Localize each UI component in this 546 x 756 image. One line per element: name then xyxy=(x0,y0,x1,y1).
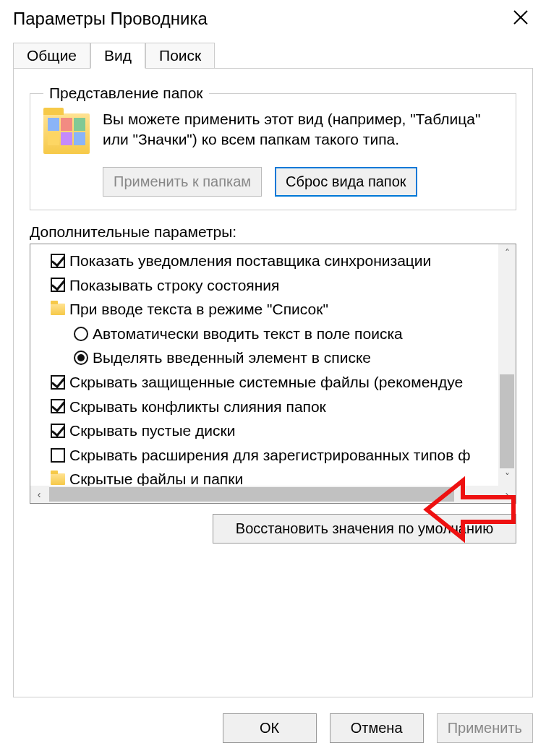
tab-content-view: Представление папок Вы можете применить … xyxy=(13,69,533,697)
setting-hide-empty-drives[interactable]: Скрывать пустые диски xyxy=(30,418,516,443)
scroll-right-icon[interactable]: › xyxy=(498,486,516,503)
tab-view[interactable]: Вид xyxy=(90,43,145,69)
reset-folder-views-button[interactable]: Сброс вида папок xyxy=(275,167,417,197)
radio-icon xyxy=(74,327,88,341)
scroll-thumb[interactable] xyxy=(500,374,514,468)
checkbox-icon xyxy=(51,254,65,268)
scroll-up-icon[interactable]: ˄ xyxy=(498,244,516,262)
apply-to-folders-button[interactable]: Применить к папкам xyxy=(103,167,262,197)
setting-hide-merge-conflicts[interactable]: Скрывать конфликты слияния папок xyxy=(30,395,516,419)
window-title: Параметры Проводника xyxy=(13,9,208,29)
setting-hide-protected-system[interactable]: Скрывать защищенные системные файлы (рек… xyxy=(30,370,516,395)
vertical-scrollbar[interactable]: ˄ ˅ xyxy=(498,244,516,486)
setting-hide-extensions[interactable]: Скрывать расширения для зарегистрированн… xyxy=(30,443,516,468)
dialog-button-row: ОК Отмена Применить xyxy=(223,713,533,743)
checkbox-icon xyxy=(51,448,65,463)
setting-typing-select-item[interactable]: Выделять введенный элемент в списке xyxy=(30,345,516,370)
checkbox-icon xyxy=(51,278,65,292)
title-bar: Параметры Проводника xyxy=(0,0,546,35)
restore-defaults-button[interactable]: Восстановить значения по умолчанию xyxy=(213,514,516,544)
radio-icon xyxy=(74,351,88,365)
scroll-thumb[interactable] xyxy=(49,487,454,502)
folder-icon xyxy=(51,304,65,315)
close-button[interactable] xyxy=(508,9,533,29)
apply-button[interactable]: Применить xyxy=(437,713,533,743)
folder-thumbnail-icon xyxy=(43,113,90,154)
setting-typing-auto-search[interactable]: Автоматически вводить текст в поле поиск… xyxy=(30,322,516,346)
horizontal-scrollbar[interactable]: ‹ › xyxy=(30,486,516,503)
tab-strip: Общие Вид Поиск xyxy=(13,42,533,69)
scroll-down-icon[interactable]: ˅ xyxy=(498,468,516,486)
ok-button[interactable]: ОК xyxy=(223,713,317,743)
checkbox-icon xyxy=(51,399,65,413)
folder-views-legend: Представление папок xyxy=(43,85,209,102)
close-icon xyxy=(513,9,529,25)
folder-views-group: Представление папок Вы можете применить … xyxy=(30,85,516,210)
advanced-settings-list: Показать уведомления поставщика синхрони… xyxy=(30,244,516,504)
checkbox-icon xyxy=(51,375,65,390)
tab-general[interactable]: Общие xyxy=(13,43,90,69)
checkbox-icon xyxy=(51,424,65,438)
setting-show-sync-notifications[interactable]: Показать уведомления поставщика синхрони… xyxy=(30,249,516,273)
setting-typing-in-list-group: При вводе текста в режиме "Список" xyxy=(30,297,516,322)
folder-icon xyxy=(51,473,65,485)
tab-search[interactable]: Поиск xyxy=(145,43,215,69)
scroll-left-icon[interactable]: ‹ xyxy=(30,486,48,503)
folder-views-description: Вы можете применить этот вид (например, … xyxy=(103,109,503,150)
cancel-button[interactable]: Отмена xyxy=(330,713,424,743)
advanced-settings-heading: Дополнительные параметры: xyxy=(30,223,516,241)
setting-show-status-bar[interactable]: Показывать строку состояния xyxy=(30,273,516,298)
